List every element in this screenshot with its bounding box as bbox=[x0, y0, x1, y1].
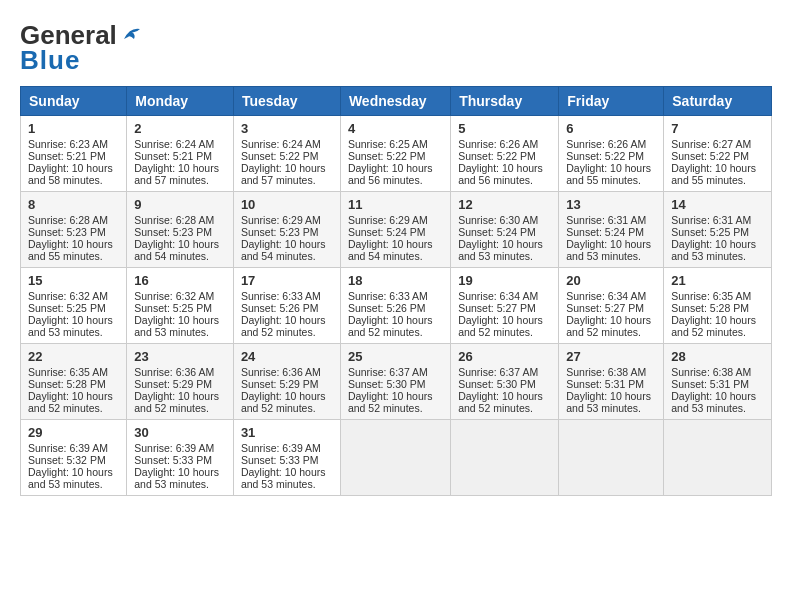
day-info: and 52 minutes. bbox=[134, 402, 226, 414]
day-info: Sunrise: 6:36 AM bbox=[134, 366, 226, 378]
day-info: Sunrise: 6:39 AM bbox=[134, 442, 226, 454]
day-info: Sunset: 5:23 PM bbox=[241, 226, 333, 238]
day-info: and 52 minutes. bbox=[348, 402, 443, 414]
day-number: 9 bbox=[134, 197, 226, 212]
calendar-day-cell: 8Sunrise: 6:28 AMSunset: 5:23 PMDaylight… bbox=[21, 192, 127, 268]
calendar-day-cell: 9Sunrise: 6:28 AMSunset: 5:23 PMDaylight… bbox=[127, 192, 234, 268]
day-info: and 54 minutes. bbox=[134, 250, 226, 262]
day-number: 6 bbox=[566, 121, 656, 136]
day-info: and 53 minutes. bbox=[458, 250, 551, 262]
calendar-day-cell bbox=[451, 420, 559, 496]
day-info: Sunset: 5:21 PM bbox=[134, 150, 226, 162]
day-info: Sunset: 5:25 PM bbox=[134, 302, 226, 314]
calendar-day-cell bbox=[664, 420, 772, 496]
calendar-day-cell: 25Sunrise: 6:37 AMSunset: 5:30 PMDayligh… bbox=[340, 344, 450, 420]
day-number: 12 bbox=[458, 197, 551, 212]
day-info: Sunrise: 6:26 AM bbox=[566, 138, 656, 150]
day-info: Sunrise: 6:35 AM bbox=[671, 290, 764, 302]
day-info: Daylight: 10 hours bbox=[28, 314, 119, 326]
day-info: Daylight: 10 hours bbox=[566, 238, 656, 250]
calendar-day-cell: 17Sunrise: 6:33 AMSunset: 5:26 PMDayligh… bbox=[233, 268, 340, 344]
day-number: 14 bbox=[671, 197, 764, 212]
day-number: 15 bbox=[28, 273, 119, 288]
day-info: Sunset: 5:28 PM bbox=[671, 302, 764, 314]
day-info: Daylight: 10 hours bbox=[241, 314, 333, 326]
calendar-day-cell: 13Sunrise: 6:31 AMSunset: 5:24 PMDayligh… bbox=[559, 192, 664, 268]
calendar-day-cell: 2Sunrise: 6:24 AMSunset: 5:21 PMDaylight… bbox=[127, 116, 234, 192]
day-info: Sunrise: 6:31 AM bbox=[566, 214, 656, 226]
day-info: Sunrise: 6:24 AM bbox=[134, 138, 226, 150]
calendar-day-cell: 1Sunrise: 6:23 AMSunset: 5:21 PMDaylight… bbox=[21, 116, 127, 192]
day-number: 10 bbox=[241, 197, 333, 212]
day-info: Daylight: 10 hours bbox=[134, 314, 226, 326]
calendar-day-cell: 27Sunrise: 6:38 AMSunset: 5:31 PMDayligh… bbox=[559, 344, 664, 420]
day-info: and 58 minutes. bbox=[28, 174, 119, 186]
calendar-day-cell: 16Sunrise: 6:32 AMSunset: 5:25 PMDayligh… bbox=[127, 268, 234, 344]
day-info: Sunrise: 6:37 AM bbox=[458, 366, 551, 378]
day-number: 19 bbox=[458, 273, 551, 288]
day-number: 3 bbox=[241, 121, 333, 136]
calendar-day-cell: 21Sunrise: 6:35 AMSunset: 5:28 PMDayligh… bbox=[664, 268, 772, 344]
day-info: Daylight: 10 hours bbox=[348, 162, 443, 174]
day-info: and 52 minutes. bbox=[348, 326, 443, 338]
day-info: Sunset: 5:22 PM bbox=[566, 150, 656, 162]
calendar-header-monday: Monday bbox=[127, 87, 234, 116]
day-number: 23 bbox=[134, 349, 226, 364]
day-info: Sunset: 5:31 PM bbox=[671, 378, 764, 390]
day-info: and 52 minutes. bbox=[671, 326, 764, 338]
day-info: Sunrise: 6:30 AM bbox=[458, 214, 551, 226]
calendar-day-cell bbox=[559, 420, 664, 496]
day-info: Sunrise: 6:26 AM bbox=[458, 138, 551, 150]
calendar-day-cell: 20Sunrise: 6:34 AMSunset: 5:27 PMDayligh… bbox=[559, 268, 664, 344]
day-info: Daylight: 10 hours bbox=[671, 314, 764, 326]
calendar-week-row: 15Sunrise: 6:32 AMSunset: 5:25 PMDayligh… bbox=[21, 268, 772, 344]
day-number: 4 bbox=[348, 121, 443, 136]
calendar-day-cell: 12Sunrise: 6:30 AMSunset: 5:24 PMDayligh… bbox=[451, 192, 559, 268]
day-info: Sunset: 5:24 PM bbox=[348, 226, 443, 238]
day-info: Daylight: 10 hours bbox=[241, 162, 333, 174]
day-info: and 53 minutes. bbox=[671, 402, 764, 414]
day-info: Daylight: 10 hours bbox=[566, 390, 656, 402]
day-info: Sunrise: 6:33 AM bbox=[348, 290, 443, 302]
day-info: Sunset: 5:30 PM bbox=[348, 378, 443, 390]
day-info: Sunrise: 6:33 AM bbox=[241, 290, 333, 302]
calendar-header-row: SundayMondayTuesdayWednesdayThursdayFrid… bbox=[21, 87, 772, 116]
calendar-day-cell: 14Sunrise: 6:31 AMSunset: 5:25 PMDayligh… bbox=[664, 192, 772, 268]
day-number: 2 bbox=[134, 121, 226, 136]
day-info: Sunrise: 6:29 AM bbox=[241, 214, 333, 226]
day-info: Sunrise: 6:34 AM bbox=[458, 290, 551, 302]
calendar-week-row: 8Sunrise: 6:28 AMSunset: 5:23 PMDaylight… bbox=[21, 192, 772, 268]
day-info: Sunset: 5:26 PM bbox=[241, 302, 333, 314]
calendar-day-cell: 5Sunrise: 6:26 AMSunset: 5:22 PMDaylight… bbox=[451, 116, 559, 192]
day-info: Sunset: 5:24 PM bbox=[458, 226, 551, 238]
day-info: and 53 minutes. bbox=[566, 250, 656, 262]
day-number: 22 bbox=[28, 349, 119, 364]
calendar-day-cell: 10Sunrise: 6:29 AMSunset: 5:23 PMDayligh… bbox=[233, 192, 340, 268]
day-info: and 53 minutes. bbox=[241, 478, 333, 490]
day-info: Sunrise: 6:29 AM bbox=[348, 214, 443, 226]
day-number: 29 bbox=[28, 425, 119, 440]
day-number: 17 bbox=[241, 273, 333, 288]
day-info: Daylight: 10 hours bbox=[134, 162, 226, 174]
day-info: Sunrise: 6:35 AM bbox=[28, 366, 119, 378]
calendar-day-cell: 11Sunrise: 6:29 AMSunset: 5:24 PMDayligh… bbox=[340, 192, 450, 268]
day-info: Sunrise: 6:24 AM bbox=[241, 138, 333, 150]
day-info: Daylight: 10 hours bbox=[241, 238, 333, 250]
day-info: and 53 minutes. bbox=[134, 478, 226, 490]
day-info: and 56 minutes. bbox=[348, 174, 443, 186]
day-info: Daylight: 10 hours bbox=[348, 314, 443, 326]
day-info: Sunset: 5:33 PM bbox=[134, 454, 226, 466]
day-info: Sunrise: 6:39 AM bbox=[241, 442, 333, 454]
day-info: Sunrise: 6:37 AM bbox=[348, 366, 443, 378]
day-info: Daylight: 10 hours bbox=[134, 390, 226, 402]
day-info: Sunset: 5:24 PM bbox=[566, 226, 656, 238]
day-info: Daylight: 10 hours bbox=[241, 390, 333, 402]
day-info: Sunrise: 6:34 AM bbox=[566, 290, 656, 302]
calendar-day-cell: 29Sunrise: 6:39 AMSunset: 5:32 PMDayligh… bbox=[21, 420, 127, 496]
calendar-week-row: 1Sunrise: 6:23 AMSunset: 5:21 PMDaylight… bbox=[21, 116, 772, 192]
day-info: Sunrise: 6:39 AM bbox=[28, 442, 119, 454]
day-info: Daylight: 10 hours bbox=[458, 390, 551, 402]
day-info: Sunset: 5:30 PM bbox=[458, 378, 551, 390]
day-info: and 55 minutes. bbox=[566, 174, 656, 186]
day-info: and 52 minutes. bbox=[458, 326, 551, 338]
